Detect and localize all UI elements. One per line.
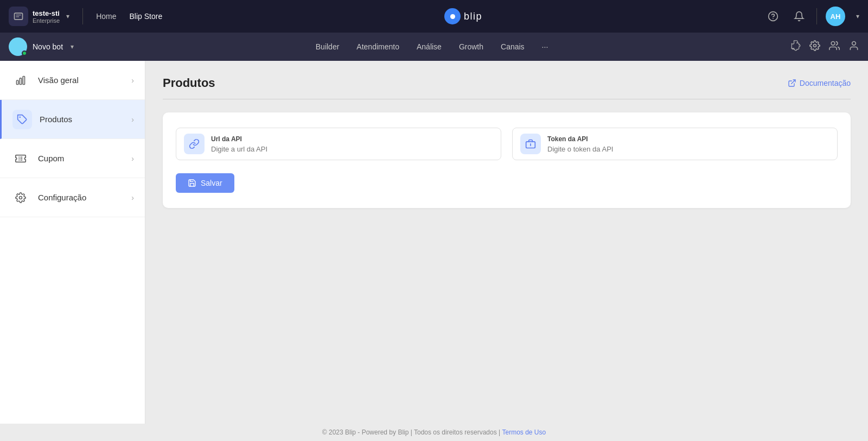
sidebar-item-visao-geral[interactable]: Visão geral › — [0, 61, 145, 100]
main-content: Produtos Documentação — [145, 61, 868, 424]
bell-icon[interactable] — [790, 8, 808, 25]
nav-analise[interactable]: Análise — [417, 40, 442, 53]
api-token-label: Token da API — [547, 135, 829, 143]
produtos-label: Produtos — [40, 115, 131, 124]
cupom-label: Cupom — [38, 154, 131, 163]
api-token-icon — [520, 134, 541, 154]
brand-type: Enterprise — [33, 17, 60, 24]
svg-point-20 — [530, 143, 531, 144]
profile-icon[interactable] — [848, 40, 859, 54]
visao-geral-chevron: › — [131, 76, 134, 85]
user-dropdown-arrow[interactable]: ▾ — [856, 12, 859, 20]
documentation-link[interactable]: Documentação — [788, 79, 851, 87]
nav-canais[interactable]: Canais — [501, 40, 525, 53]
sidebar-item-cupom[interactable]: Cupom › — [0, 139, 145, 178]
configuracao-label: Configuração — [38, 193, 131, 202]
configuracao-icon — [11, 188, 30, 207]
settings-icon[interactable] — [809, 40, 820, 54]
api-token-inner: Token da API — [547, 135, 829, 153]
nav-divider — [82, 8, 83, 24]
svg-rect-7 — [20, 78, 21, 84]
svg-point-9 — [20, 116, 21, 118]
nav-growth[interactable]: Growth — [459, 40, 483, 53]
main-layout: Visão geral › Produtos › — [0, 61, 868, 424]
save-label: Salvar — [201, 179, 222, 187]
page-title: Produtos — [163, 76, 215, 90]
users-icon[interactable] — [829, 40, 840, 54]
bot-avatar — [9, 37, 27, 56]
save-icon — [188, 179, 196, 187]
bot-status-dot — [22, 51, 27, 56]
blip-logo-text: blip — [464, 11, 482, 22]
svg-point-3 — [814, 44, 816, 47]
blip-logo: blip — [444, 8, 482, 24]
brand-info: teste-sti Enterprise — [33, 9, 60, 24]
svg-line-17 — [791, 80, 795, 84]
footer-text: © 2023 Blip - Powered by Blip | Todos os… — [322, 429, 500, 436]
visao-geral-icon — [11, 71, 30, 90]
sidebar-item-configuracao[interactable]: Configuração › — [0, 178, 145, 217]
sidebar: Visão geral › Produtos › — [0, 61, 145, 424]
footer: © 2023 Blip - Powered by Blip | Todos os… — [0, 424, 868, 441]
terms-link[interactable]: Termos de Uso — [502, 429, 546, 436]
svg-point-2 — [773, 18, 774, 19]
api-url-label: Url da API — [211, 135, 493, 143]
avatar-initials: AH — [831, 12, 841, 21]
produtos-icon — [12, 110, 32, 129]
api-url-icon — [184, 134, 205, 154]
svg-point-16 — [20, 196, 22, 199]
produtos-chevron: › — [131, 115, 134, 124]
user-avatar[interactable]: AH — [826, 7, 845, 26]
brand-logo-icon — [9, 7, 28, 26]
page-divider — [163, 99, 851, 99]
second-navbar: Novo bot ▾ Builder Atendimento Análise G… — [0, 33, 868, 61]
svg-point-5 — [852, 41, 856, 45]
api-token-field-group: Token da API — [512, 128, 838, 160]
api-url-field-group: Url da API — [176, 128, 501, 160]
sidebar-item-produtos[interactable]: Produtos › — [0, 100, 145, 139]
brand-dropdown-arrow[interactable]: ▾ — [66, 12, 69, 20]
nav-more[interactable]: ··· — [542, 40, 548, 53]
blip-store-link[interactable]: Blip Store — [130, 12, 163, 21]
visao-geral-label: Visão geral — [38, 75, 131, 85]
external-link-icon — [788, 79, 796, 87]
svg-rect-8 — [23, 76, 24, 84]
second-nav-right-icons — [790, 40, 859, 54]
blip-logo-circle — [444, 8, 461, 24]
brand-name: teste-sti — [33, 9, 60, 17]
svg-rect-6 — [17, 80, 18, 85]
api-token-input[interactable] — [547, 145, 829, 153]
bot-selector[interactable]: Novo bot ▾ — [9, 37, 74, 56]
cupom-chevron: › — [131, 154, 134, 163]
top-navbar: teste-sti Enterprise ▾ Home Blip Store b… — [0, 0, 868, 33]
nav-builder[interactable]: Builder — [316, 40, 340, 53]
second-nav-links: Builder Atendimento Análise Growth Canai… — [74, 40, 790, 53]
svg-rect-0 — [15, 13, 23, 20]
save-button[interactable]: Salvar — [176, 173, 234, 193]
top-nav-links: Home Blip Store — [96, 12, 162, 21]
fields-row: Url da API Token d — [176, 128, 838, 160]
nav-atendimento[interactable]: Atendimento — [356, 40, 399, 53]
top-nav-right: AH ▾ — [764, 7, 859, 26]
page-header: Produtos Documentação — [163, 76, 851, 90]
nav-divider-right — [816, 8, 817, 24]
bot-name: Novo bot — [33, 42, 63, 51]
api-url-input[interactable] — [211, 145, 493, 153]
puzzle-icon[interactable] — [790, 40, 801, 54]
help-icon[interactable] — [764, 8, 782, 25]
configuracao-chevron: › — [131, 193, 134, 202]
doc-link-label: Documentação — [800, 79, 851, 87]
blip-logo-inner — [450, 14, 455, 19]
svg-point-4 — [831, 41, 835, 45]
cupom-icon — [11, 149, 30, 168]
content-card: Url da API Token d — [163, 112, 851, 208]
blip-logo-center: blip — [162, 8, 764, 24]
brand-section: teste-sti Enterprise ▾ Home Blip Store — [9, 7, 162, 26]
api-url-inner: Url da API — [211, 135, 493, 153]
home-link[interactable]: Home — [96, 12, 116, 21]
